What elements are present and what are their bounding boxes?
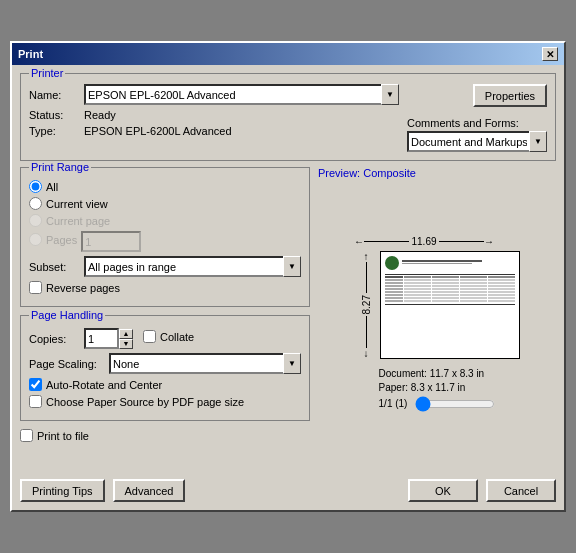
reverse-pages-label: Reverse pages (46, 282, 120, 294)
arrow-up-icon: ↑ (364, 251, 369, 262)
comments-label: Comments and Forms: (407, 117, 519, 129)
all-radio[interactable] (29, 180, 42, 193)
cancel-button[interactable]: Cancel (486, 479, 556, 502)
preview-area: ← 11.69 → ↑ 8.27 (318, 183, 556, 463)
page-scaling-select[interactable]: None (109, 353, 301, 374)
comments-select[interactable]: Document and Markups (407, 131, 547, 152)
choose-paper-checkbox[interactable] (29, 395, 42, 408)
subset-label: Subset: (29, 261, 84, 273)
reverse-pages-checkbox[interactable] (29, 281, 42, 294)
pages-radio-label[interactable]: Pages (29, 233, 77, 246)
page-scaling-label: Page Scaling: (29, 358, 109, 370)
doc-info-line1: Document: 11.7 x 8.3 in (379, 367, 496, 381)
dialog-title: Print (18, 48, 43, 60)
reverse-pages-check-label[interactable]: Reverse pages (29, 281, 301, 294)
printer-name-select[interactable]: EPSON EPL-6200L Advanced (84, 84, 399, 105)
copies-up-button[interactable]: ▲ (119, 329, 133, 339)
page-handling-group: Page Handling Copies: ▲ ▼ (20, 315, 310, 421)
print-to-file-check-label[interactable]: Print to file (20, 429, 310, 442)
copies-spinner: ▲ ▼ (84, 328, 133, 349)
arrow-left-icon: ← (354, 236, 364, 247)
current-page-radio-label[interactable]: Current page (29, 214, 301, 227)
current-page-radio[interactable] (29, 214, 42, 227)
auto-rotate-checkbox[interactable] (29, 378, 42, 391)
preview-label: Preview: Composite (318, 167, 556, 179)
auto-rotate-check-label[interactable]: Auto-Rotate and Center (29, 378, 301, 391)
close-button[interactable]: ✕ (542, 47, 558, 61)
collate-check-label[interactable]: Collate (143, 330, 194, 343)
print-to-file-label: Print to file (37, 430, 89, 442)
advanced-button[interactable]: Advanced (113, 479, 186, 502)
printer-group: Printer Name: EPSON EPL-6200L Advanced ▼ (20, 73, 556, 161)
current-view-radio[interactable] (29, 197, 42, 210)
doc-info-line2: Paper: 8.3 x 11.7 in (379, 381, 496, 395)
doc-info: Document: 11.7 x 8.3 in Paper: 8.3 x 11.… (379, 367, 496, 411)
doc-info-line3: 1/1 (1) (379, 397, 408, 411)
dim-width: 11.69 (411, 236, 436, 247)
choose-paper-check-label[interactable]: Choose Paper Source by PDF page size (29, 395, 301, 408)
copies-label: Copies: (29, 333, 84, 345)
current-page-label: Current page (46, 215, 110, 227)
collate-checkbox[interactable] (143, 330, 156, 343)
print-range-label: Print Range (29, 161, 91, 173)
type-value: EPSON EPL-6200L Advanced (84, 125, 232, 137)
status-value: Ready (84, 109, 116, 121)
dim-height: 8.27 (361, 295, 372, 314)
collate-label: Collate (160, 331, 194, 343)
properties-button[interactable]: Properties (473, 84, 547, 107)
print-to-file-checkbox[interactable] (20, 429, 33, 442)
print-dialog: Print ✕ Printer Name: EPSON EPL-6200L Ad… (10, 41, 566, 512)
footer-buttons: Printing Tips Advanced OK Cancel (20, 471, 556, 502)
subset-select[interactable]: All pages in range (84, 256, 301, 277)
all-label: All (46, 181, 58, 193)
copies-down-button[interactable]: ▼ (119, 339, 133, 349)
type-label: Type: (29, 125, 84, 137)
title-bar: Print ✕ (12, 43, 564, 65)
printing-tips-button[interactable]: Printing Tips (20, 479, 105, 502)
page-handling-label: Page Handling (29, 309, 105, 321)
preview-panel: Preview: Composite ← 11.69 → (318, 167, 556, 463)
pages-label: Pages (46, 234, 77, 246)
arrow-down-icon: ↓ (364, 348, 369, 359)
print-range-group: Print Range All Current view Current (20, 167, 310, 307)
copies-input[interactable] (84, 328, 119, 349)
choose-paper-label: Choose Paper Source by PDF page size (46, 396, 244, 408)
all-radio-label[interactable]: All (29, 180, 301, 193)
name-label: Name: (29, 89, 84, 101)
printer-group-label: Printer (29, 67, 65, 79)
current-view-label: Current view (46, 198, 108, 210)
page-preview-image (380, 251, 520, 359)
page-slider[interactable] (415, 397, 495, 411)
auto-rotate-label: Auto-Rotate and Center (46, 379, 162, 391)
pages-input[interactable] (81, 231, 141, 252)
status-label: Status: (29, 109, 84, 121)
ok-button[interactable]: OK (408, 479, 478, 502)
arrow-right-icon: → (484, 236, 494, 247)
current-view-radio-label[interactable]: Current view (29, 197, 301, 210)
pages-radio[interactable] (29, 233, 42, 246)
